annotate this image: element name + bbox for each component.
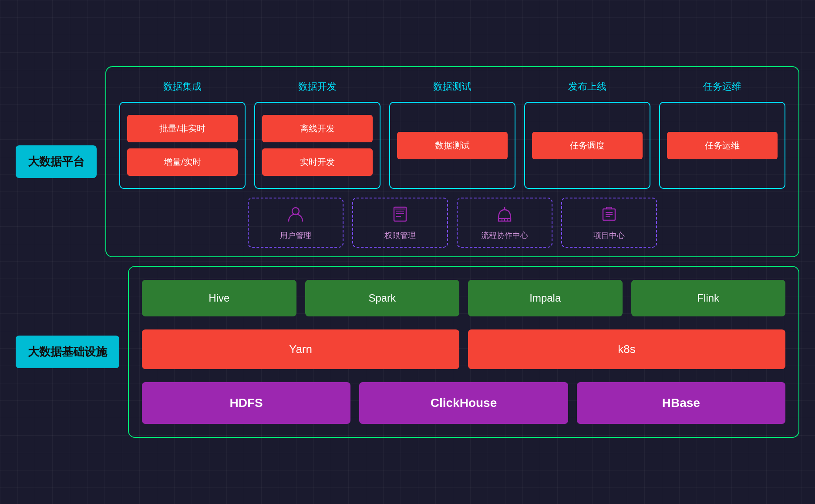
- column-data-test: 数据测试 数据测试: [389, 80, 515, 189]
- btn-data-test[interactable]: 数据测试: [397, 132, 508, 159]
- col-content-ops: 任务运维: [659, 102, 785, 189]
- col-content-publish: 任务调度: [524, 102, 650, 189]
- perm-mgmt-label: 权限管理: [384, 230, 416, 241]
- btn-realtime-dev[interactable]: 实时开发: [262, 148, 373, 176]
- btn-clickhouse[interactable]: ClickHouse: [359, 382, 568, 424]
- btn-impala[interactable]: Impala: [468, 280, 623, 316]
- btn-incremental-realtime[interactable]: 增量/实时: [127, 148, 238, 176]
- column-publish: 发布上线 任务调度: [524, 80, 650, 189]
- top-row: 大数据平台 数据集成 批量/非实时 增量/实时 数据开发 离线开发: [16, 66, 799, 257]
- bottom-panel: Hive Spark Impala Flink Yarn k8s HDFS Cl…: [128, 266, 799, 438]
- btn-offline-dev[interactable]: 离线开发: [262, 115, 373, 142]
- col-header-dev: 数据开发: [298, 80, 337, 93]
- perm-mgmt-icon: [391, 205, 409, 227]
- btn-hive[interactable]: Hive: [142, 280, 296, 316]
- top-left-label-area: 大数据平台: [16, 66, 97, 257]
- svg-rect-5: [395, 208, 405, 210]
- col-content-dev: 离线开发 实时开发: [254, 102, 381, 189]
- top-panel-columns: 数据集成 批量/非实时 增量/实时 数据开发 离线开发 实时开发: [119, 80, 785, 189]
- project-center-icon: [600, 205, 618, 227]
- btn-task-ops[interactable]: 任务运维: [667, 132, 778, 159]
- top-panel: 数据集成 批量/非实时 增量/实时 数据开发 离线开发 实时开发: [105, 66, 799, 257]
- bottom-row: 大数据基础设施 Hive Spark Impala Flink Yarn k8s…: [16, 266, 799, 438]
- main-container: 大数据平台 数据集成 批量/非实时 增量/实时 数据开发 离线开发: [16, 66, 799, 438]
- yarn-k8s-row: Yarn k8s: [142, 329, 785, 369]
- btn-k8s[interactable]: k8s: [468, 329, 785, 369]
- user-mgmt-icon: [287, 205, 304, 227]
- hdfs-row: HDFS ClickHouse HBase: [142, 382, 785, 424]
- col-header-test: 数据测试: [433, 80, 471, 93]
- mgmt-project[interactable]: 项目中心: [561, 198, 657, 248]
- btn-hdfs[interactable]: HDFS: [142, 382, 350, 424]
- mgmt-user[interactable]: 用户管理: [248, 198, 344, 248]
- col-header-ops: 任务运维: [703, 80, 741, 93]
- flow-center-icon: [496, 205, 513, 227]
- big-data-infra-label: 大数据基础设施: [16, 336, 119, 368]
- col-content-integration: 批量/非实时 增量/实时: [119, 102, 246, 189]
- column-data-integration: 数据集成 批量/非实时 增量/实时: [119, 80, 246, 189]
- user-mgmt-label: 用户管理: [280, 230, 311, 241]
- mgmt-perm[interactable]: 权限管理: [352, 198, 448, 248]
- btn-spark[interactable]: Spark: [305, 280, 460, 316]
- engine-row: Hive Spark Impala Flink: [142, 280, 785, 316]
- btn-flink[interactable]: Flink: [631, 280, 786, 316]
- bottom-left-label-area: 大数据基础设施: [16, 266, 119, 438]
- col-content-test: 数据测试: [389, 102, 515, 189]
- btn-task-schedule[interactable]: 任务调度: [532, 132, 643, 159]
- btn-hbase[interactable]: HBase: [577, 382, 785, 424]
- column-data-dev: 数据开发 离线开发 实时开发: [254, 80, 381, 189]
- btn-yarn[interactable]: Yarn: [142, 329, 459, 369]
- column-task-ops: 任务运维 任务运维: [659, 80, 785, 189]
- svg-point-0: [292, 208, 299, 215]
- big-data-platform-label: 大数据平台: [16, 145, 97, 178]
- btn-batch-realtime[interactable]: 批量/非实时: [127, 115, 238, 142]
- mgmt-flow[interactable]: 流程协作中心: [457, 198, 552, 248]
- col-header-integration: 数据集成: [163, 80, 202, 93]
- project-center-label: 项目中心: [593, 230, 625, 241]
- col-header-publish: 发布上线: [568, 80, 606, 93]
- flow-center-label: 流程协作中心: [481, 230, 528, 241]
- management-row: 用户管理 权限管理: [119, 198, 785, 248]
